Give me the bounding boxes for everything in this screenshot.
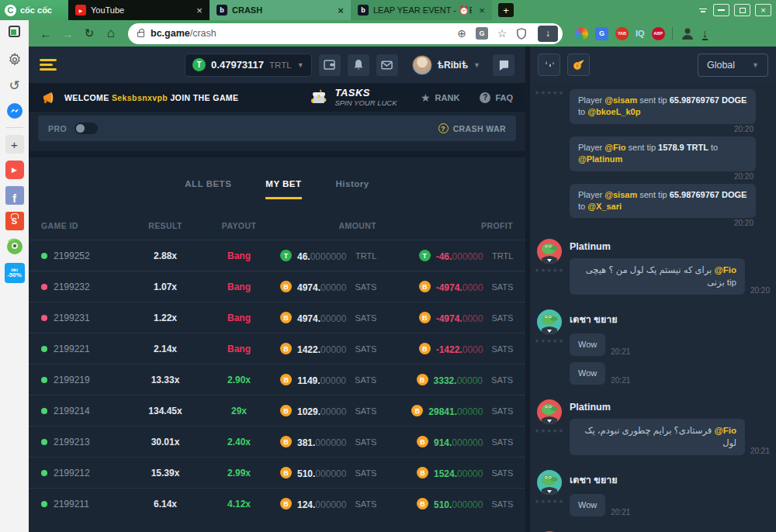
- shopee-shortcut-icon[interactable]: S: [5, 212, 24, 230]
- mention[interactable]: @sisam: [605, 190, 637, 199]
- tab-my-bet[interactable]: MY BET: [265, 179, 301, 199]
- mention[interactable]: @Fio: [715, 265, 736, 275]
- coin-icon: B: [417, 436, 428, 447]
- downloads-tray-icon[interactable]: ↓: [702, 27, 708, 40]
- svg-text:B: B: [576, 64, 579, 68]
- mention[interactable]: @sisam: [605, 95, 637, 105]
- username: ѣRibiѣ: [438, 60, 469, 71]
- coccoc-shortcut-icon[interactable]: [5, 237, 24, 256]
- home-button[interactable]: ⌂: [102, 26, 120, 41]
- add-shortcut-button[interactable]: +: [5, 135, 24, 154]
- notifications-bell-button[interactable]: [348, 54, 369, 76]
- mention[interactable]: @Fio: [715, 426, 736, 435]
- rank-button[interactable]: ★ RANK: [421, 92, 459, 104]
- chat-username[interactable]: Platinum: [570, 402, 770, 413]
- pro-toggle[interactable]: [74, 123, 98, 134]
- profit-cell: T-46.000000TRTL: [376, 249, 513, 263]
- user-menu[interactable]: ѣRibiѣ ▼: [412, 55, 480, 75]
- mention[interactable]: @X_sari: [587, 202, 622, 211]
- balance-selector[interactable]: T 0.47973117 TRTL ▼: [185, 54, 311, 77]
- download-page-button[interactable]: ↓: [538, 26, 558, 42]
- faq-button[interactable]: ? FAQ: [480, 92, 513, 103]
- table-row[interactable]: 2199214 134.45x 29x B1029.00000SATS B298…: [29, 395, 525, 426]
- workspace-icon[interactable]: [9, 26, 20, 37]
- amount-cell: B124.000000SATS: [280, 497, 376, 511]
- mention[interactable]: @bkoeL_k0p: [587, 107, 640, 116]
- table-row[interactable]: 2199221 2.14x Bang B1422.00000SATS B-142…: [29, 333, 525, 364]
- welcome-banner: WELCOME Seksbsnxvpb JOIN THE GAME TASKS …: [29, 83, 525, 112]
- game-id: 2199212: [54, 468, 90, 478]
- avatar[interactable]: [412, 55, 432, 75]
- translate-page-icon[interactable]: G: [476, 27, 488, 40]
- minimize-button[interactable]: [713, 4, 729, 16]
- extension-colorwheel-icon[interactable]: [575, 27, 588, 40]
- tab-crash[interactable]: b CRASH ×: [210, 0, 351, 20]
- tasks-widget[interactable]: TASKS SPIN YOUR LUCK: [310, 88, 397, 108]
- extension-iq-icon[interactable]: IQ: [636, 29, 645, 38]
- crash-war-link[interactable]: ? CRASH WAR: [438, 123, 506, 133]
- tab-all-bets[interactable]: ALL BETS: [185, 179, 231, 199]
- chat-region-dropdown[interactable]: Global ▼: [698, 54, 768, 77]
- tiki-shortcut-icon[interactable]: tiki-50%: [5, 263, 25, 283]
- message-time: 20:20: [750, 286, 770, 295]
- new-tab-button[interactable]: +: [498, 3, 514, 17]
- table-row[interactable]: 2199213 30.01x 2.40x B381.000000SATS B91…: [29, 426, 525, 457]
- fireball-button[interactable]: B: [567, 54, 590, 76]
- youtube-shortcut-icon[interactable]: ▶: [5, 161, 24, 179]
- user-rating-stars: ★★★★★: [535, 337, 565, 344]
- hamburger-menu-icon[interactable]: [40, 59, 57, 71]
- messenger-icon[interactable]: [5, 102, 24, 120]
- maximize-button[interactable]: [734, 4, 750, 16]
- facebook-shortcut-icon[interactable]: f: [5, 186, 24, 205]
- table-row[interactable]: 2199211 6.14x 4.12x B124.000000SATS B510…: [29, 488, 525, 519]
- result-value: 134.45x: [133, 406, 198, 416]
- col-payout: PAYOUT: [198, 221, 280, 230]
- table-row[interactable]: 2199212 15.39x 2.99x B510.000000SATS B15…: [29, 457, 525, 488]
- avatar[interactable]: [537, 470, 562, 495]
- chat-toggle-button[interactable]: [493, 54, 514, 76]
- table-row[interactable]: 2199219 13.33x 2.90x B1149.00000SATS B33…: [29, 364, 525, 395]
- forward-button[interactable]: →: [58, 27, 77, 40]
- mail-button[interactable]: [376, 54, 398, 76]
- table-row[interactable]: 2199232 1.07x Bang B4974.00000SATS B-497…: [29, 271, 525, 302]
- table-row[interactable]: 2199252 2.88x Bang T46.0000000TRTL T-46.…: [29, 240, 525, 271]
- history-icon[interactable]: ↺: [5, 76, 24, 95]
- mention[interactable]: @Fio: [605, 143, 625, 152]
- payout-value: 2.90x: [198, 375, 280, 385]
- chat-username[interactable]: เดชา ขยาย: [570, 472, 770, 488]
- mention[interactable]: @Platinum: [578, 154, 622, 164]
- col-amount: AMOUNT: [280, 221, 376, 230]
- trtl-coin-icon: T: [192, 58, 206, 71]
- tab-youtube[interactable]: ▶ YouTube ×: [68, 0, 210, 20]
- avatar[interactable]: [537, 399, 562, 424]
- chat-username[interactable]: Platinum: [570, 241, 770, 252]
- table-row[interactable]: 2199231 1.22x Bang B4974.00000SATS B-497…: [29, 302, 525, 333]
- extension-abp-icon[interactable]: ABP: [652, 27, 665, 40]
- chat-username[interactable]: เดชา ขยาย: [570, 312, 770, 327]
- reload-button[interactable]: ↻: [80, 26, 99, 40]
- settings-gear-icon[interactable]: [5, 50, 24, 69]
- profile-icon[interactable]: [680, 26, 695, 41]
- rain-button[interactable]: [538, 54, 560, 76]
- zoom-page-icon[interactable]: ⊕: [454, 27, 469, 40]
- shield-icon[interactable]: [516, 28, 532, 40]
- address-bar[interactable]: bc.game/crash ⊕ G ☆ ↓: [128, 23, 563, 44]
- tab-panel-icon[interactable]: [698, 4, 708, 16]
- tab-leap-year-event[interactable]: b LEAP YEAR EVENT - ⏰Event - ×: [351, 0, 492, 20]
- wallet-button[interactable]: [319, 54, 341, 76]
- avatar[interactable]: [537, 309, 562, 334]
- col-game-id: GAME ID: [41, 221, 133, 230]
- extension-yab-icon[interactable]: YAB: [615, 27, 629, 40]
- close-window-button[interactable]: ×: [755, 4, 771, 16]
- bookmark-star-icon[interactable]: ☆: [494, 27, 510, 40]
- back-button[interactable]: ←: [36, 27, 55, 40]
- close-tab-icon[interactable]: ×: [476, 5, 487, 16]
- close-tab-icon[interactable]: ×: [335, 5, 346, 16]
- close-tab-icon[interactable]: ×: [194, 5, 205, 16]
- tab-history[interactable]: History: [336, 179, 369, 199]
- avatar[interactable]: [537, 239, 562, 264]
- user-rating-stars: ★★★★★: [535, 427, 565, 434]
- url-text[interactable]: bc.game/crash: [151, 28, 448, 39]
- extension-translate-icon[interactable]: G: [595, 27, 608, 40]
- chat-header: B Global ▼: [530, 47, 776, 83]
